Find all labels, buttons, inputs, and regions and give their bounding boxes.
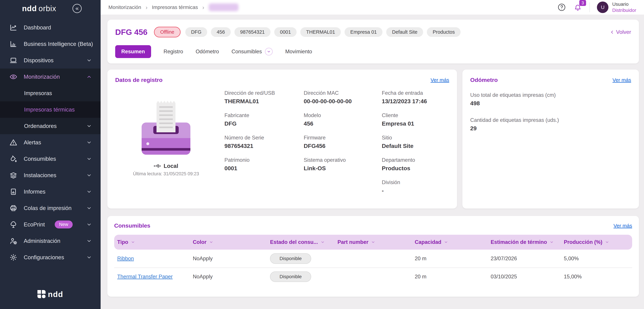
sidebar-item-impresoras[interactable]: Impresoras	[0, 85, 100, 101]
sidebar-item-ecoprint[interactable]: EcoPrint New	[0, 216, 100, 233]
sort-chevron-icon	[321, 240, 325, 244]
sidebar-item-business-intelligence[interactable]: Business Intelligence (Beta)	[0, 36, 100, 52]
chevron-down-icon	[267, 49, 271, 54]
back-button[interactable]: Volver	[610, 29, 631, 35]
status-pill-disponible: Disponible	[270, 253, 311, 264]
user-info: Usuario Distribuidor	[612, 1, 636, 13]
chevron-left-icon	[610, 30, 614, 34]
field-label: Número de Serie	[224, 135, 304, 141]
thermal-printer-illustration	[137, 101, 195, 160]
field-label: Firmware	[304, 135, 382, 141]
tag-patrimonio: 0001	[274, 27, 297, 37]
sidebar-item-colas-de-impresion[interactable]: Colas de impresión	[0, 200, 100, 216]
sidebar-item-label: Impresoras	[24, 90, 52, 96]
registro-ver-mas-link[interactable]: Ver más	[430, 77, 449, 83]
sidebar-item-configuraciones[interactable]: Configuraciones	[0, 249, 100, 266]
tab-registro[interactable]: Registro	[164, 48, 183, 55]
field-sistema-operativo: Sistema operativo Link-OS	[304, 157, 382, 172]
sidebar-nav: Dashboard Business Intelligence (Beta) D…	[0, 17, 100, 290]
sidebar-item-consumibles[interactable]: Consumibles	[0, 151, 100, 167]
registro-fields-grid: Dirección de red/USB THERMAL01 Fabricant…	[217, 83, 449, 202]
field-value: Empresa 01	[382, 120, 449, 127]
connection-row: Local	[115, 163, 217, 169]
registro-col-3: Fecha de entrada 13/12/2023 17:46 Client…	[382, 90, 449, 202]
help-icon[interactable]	[557, 3, 566, 12]
sidebar-item-monitorizacion[interactable]: Monitorización	[0, 68, 100, 85]
cell-color: NoApply	[190, 256, 267, 262]
main-area: Monitorización › Impresoras térmicas › 3…	[100, 0, 644, 309]
consumibles-table-header: Tipo Color Estado del consu... Part numb…	[114, 235, 632, 250]
user-gear-icon	[10, 237, 17, 245]
sidebar-item-alertas[interactable]: Alertas	[0, 134, 100, 151]
sidebar-item-dispositivos[interactable]: Dispositivos	[0, 52, 100, 68]
breadcrumb-monitorizacion[interactable]: Monitorización	[108, 4, 141, 10]
field-label: Sitio	[382, 135, 449, 141]
column-header-tipo[interactable]: Tipo	[114, 239, 190, 245]
tab-odometro[interactable]: Odómetro	[196, 48, 219, 55]
tab-resumen[interactable]: Resumen	[115, 45, 151, 58]
field-value: -	[382, 187, 449, 194]
sidebar-item-dashboard[interactable]: Dashboard	[0, 19, 100, 36]
user-name: Usuario	[612, 1, 636, 7]
field-sitio: Sitio Default Site	[382, 135, 449, 149]
consumible-link[interactable]: Ribbon	[114, 256, 190, 262]
table-row-ribbon: Ribbon NoApply Disponible 20 m 23/07/202…	[114, 250, 632, 268]
sidebar-collapse-button[interactable]: «	[72, 4, 82, 13]
user-role: Distribuidor	[612, 7, 636, 13]
consumible-link[interactable]: Thermal Transfer Paper	[114, 274, 190, 280]
column-header-estimacion[interactable]: Estimación de término	[488, 239, 561, 245]
consumibles-ver-mas-link[interactable]: Ver más	[614, 223, 632, 229]
sort-chevron-icon	[444, 240, 448, 244]
chevron-down-icon	[86, 255, 92, 260]
sidebar-item-informes[interactable]: Informes	[0, 183, 100, 200]
odometro-ver-mas-link[interactable]: Ver más	[612, 77, 631, 83]
chevron-down-icon	[86, 205, 92, 211]
field-division: División -	[382, 179, 449, 194]
sidebar-item-label: Impresoras térmicas	[24, 106, 75, 113]
breadcrumb-separator: ›	[202, 4, 204, 11]
sidebar-group-monitorizacion: Monitorización Impresoras Impresoras tér…	[0, 68, 100, 134]
sidebar-footer-logo: ndd	[0, 290, 100, 309]
tag-direccion: THERMAL01	[300, 27, 341, 37]
field-label: Dirección de red/USB	[224, 90, 304, 96]
column-header-part-number[interactable]: Part number	[334, 239, 412, 245]
breadcrumb: Monitorización › Impresoras térmicas ›	[108, 3, 238, 11]
tab-movimiento[interactable]: Movimiento	[285, 48, 312, 55]
sidebar-item-administracion[interactable]: Administración	[0, 233, 100, 249]
sidebar-item-label: Informes	[24, 189, 46, 195]
printer-illustration-column: Local Última lectura: 31/05/2025 09:23	[115, 83, 217, 202]
breadcrumb-impresoras-termicas[interactable]: Impresoras térmicas	[152, 4, 198, 10]
avatar: U	[597, 1, 608, 13]
cell-produccion: 5,00%	[561, 256, 632, 262]
sidebar-item-instalaciones[interactable]: Instalaciones	[0, 167, 100, 183]
tab-dropdown-button[interactable]	[265, 48, 273, 55]
sidebar-item-impresoras-termicas[interactable]: Impresoras térmicas	[0, 101, 100, 118]
column-header-capacidad[interactable]: Capacidad	[412, 239, 488, 245]
topbar: Monitorización › Impresoras térmicas › 3…	[100, 0, 644, 14]
datos-de-registro-card: Datos de registro Ver más	[108, 69, 457, 209]
ink-drop-icon	[10, 155, 17, 163]
user-menu[interactable]: U Usuario Distribuidor	[597, 1, 636, 13]
sidebar-item-ordenadores[interactable]: Ordenadores	[0, 118, 100, 134]
notifications-button[interactable]: 3	[573, 3, 582, 12]
summary-cards-row: Datos de registro Ver más	[108, 69, 639, 209]
sidebar-item-label: Consumibles	[24, 156, 56, 162]
cell-color: NoApply	[190, 274, 267, 280]
field-label: Cliente	[382, 112, 449, 118]
notification-count-badge: 3	[579, 0, 586, 6]
sidebar-item-label: Dispositivos	[24, 57, 54, 64]
field-value: 13/12/2023 17:46	[382, 98, 449, 105]
sidebar-item-label: Dashboard	[24, 24, 51, 31]
chevron-down-icon	[86, 173, 92, 178]
column-header-color[interactable]: Color	[190, 239, 267, 245]
tab-consumibles[interactable]: Consumibles	[232, 48, 273, 55]
eye-icon	[10, 73, 17, 81]
column-header-produccion[interactable]: Producción (%)	[561, 239, 632, 245]
sort-chevron-icon	[131, 240, 135, 244]
bar-chart-icon	[10, 40, 17, 48]
field-value: DFG456	[304, 143, 382, 149]
tab-label: Consumibles	[232, 48, 262, 55]
column-header-estado[interactable]: Estado del consu...	[267, 239, 334, 245]
metric-cantidad: Cantidad de etiquetas impresas (uds.) 29	[470, 117, 631, 132]
chevron-down-icon	[86, 140, 92, 145]
